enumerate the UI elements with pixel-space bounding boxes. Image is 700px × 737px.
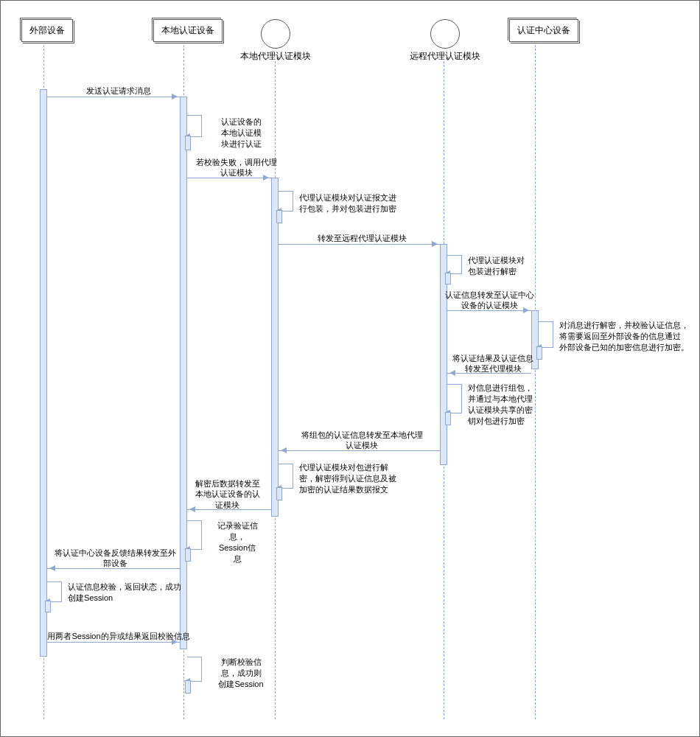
sequence-diagram: 外部设备 本地认证设备 本地代理认证模块 远程代理认证模块 认证中心设备 发送认… xyxy=(1,1,699,736)
participant-local-proxy: 本地代理认证模块 xyxy=(240,19,311,63)
participant-box: 外部设备 xyxy=(21,19,73,42)
label-m5: 转发至远程代理认证模块 xyxy=(307,233,417,243)
label-m12: 代理认证模块对包进行解密，解密得到认证信息及被加密的认证结果数据报文 xyxy=(299,462,417,495)
label-m16: 认证信息校验，返回状态，成功创建Session xyxy=(68,581,200,604)
label-m17: 用两者Session的异或结果返回校验信息 xyxy=(41,631,196,641)
label-m18: 判断校验信息，成功则创建Session xyxy=(208,657,274,690)
participant-auth-center: 认证中心设备 xyxy=(509,19,578,42)
arrow-m5 xyxy=(279,244,440,245)
participant-label: 本地认证设备 xyxy=(161,25,214,35)
label-m2: 认证设备的本地认证模块进行认证 xyxy=(208,116,274,150)
participant-external: 外部设备 xyxy=(21,19,73,42)
lifeline-auth-center xyxy=(535,41,536,719)
participant-local-auth: 本地认证设备 xyxy=(153,19,223,42)
participant-box: 本地认证设备 xyxy=(153,19,223,42)
activation-local-proxy xyxy=(271,178,279,517)
label-m4: 代理认证模块对认证报文进行包装，并对包装进行加密 xyxy=(299,192,424,214)
label-m9: 将认证结果及认证信息转发至代理模块 xyxy=(441,353,545,374)
participant-remote-proxy: 远程代理认证模块 xyxy=(410,19,480,63)
label-m1: 发送认证请求消息 xyxy=(63,85,174,96)
label-m10: 对信息进行组包，并通过与本地代理认证模块共享的密钥对包进行加密 xyxy=(468,383,556,426)
participant-label: 本地代理认证模块 xyxy=(240,50,311,63)
label-m7: 认证信息转发至认证中心设备的认证模块 xyxy=(434,290,545,311)
label-m14: 记录验证信息，Session信息 xyxy=(208,520,267,564)
arrow-m1 xyxy=(47,97,180,97)
label-m8: 对消息进行解密，并校验认证信息，将需要返回至外部设备的信息通过外部设备已知的加密… xyxy=(559,320,699,353)
participant-circle-icon xyxy=(261,19,290,49)
participant-label: 外部设备 xyxy=(29,25,65,35)
participant-label: 远程代理认证模块 xyxy=(410,50,480,63)
arrow-m17 xyxy=(47,642,180,643)
label-m11: 将组包的认证信息转发至本地代理认证模块 xyxy=(288,430,435,451)
participant-circle-icon xyxy=(430,19,460,49)
participant-label: 认证中心设备 xyxy=(517,25,570,35)
participant-box: 认证中心设备 xyxy=(509,19,578,42)
activation-external xyxy=(40,89,47,657)
label-m3: 若校验失败，调用代理认证模块 xyxy=(189,157,284,178)
label-m6: 代理认证模块对包装进行解密 xyxy=(468,255,542,277)
label-m15: 将认证中心设备反馈结果转发至外部设备 xyxy=(45,548,185,569)
label-m13: 解密后数据转发至本地认证设备的认证模块 xyxy=(185,478,270,510)
